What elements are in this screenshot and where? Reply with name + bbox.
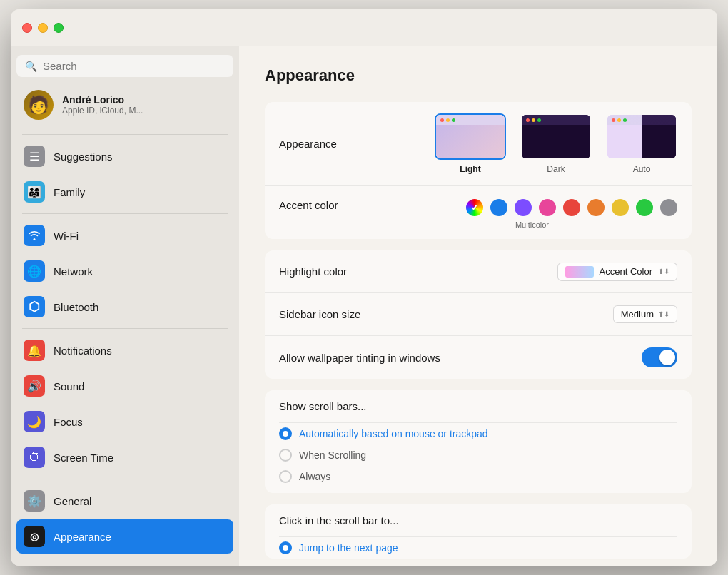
display-settings-section: Highlight color Accent Color ⬆⬇ Sidebar … (265, 250, 692, 379)
search-box[interactable]: 🔍 (16, 55, 233, 77)
color-circle-pink[interactable] (539, 199, 556, 216)
color-circle-purple[interactable] (515, 199, 532, 216)
sidebar-icon-size-label: Sidebar icon size (279, 308, 422, 320)
color-circle-graphite[interactable] (660, 199, 677, 216)
scroll-auto-row[interactable]: Automatically based on mouse or trackpad (265, 423, 692, 444)
network-icon: 🌐 (24, 260, 45, 282)
sidebar-item-notifications[interactable]: 🔔 Notifications (16, 333, 233, 367)
appearance-label-auto: Auto (633, 164, 651, 174)
suggestions-icon: ☰ (24, 146, 45, 167)
sidebar-item-screentime[interactable]: ⏱ Screen Time (16, 440, 233, 474)
user-info: André Lorico Apple ID, iCloud, M... (62, 94, 143, 116)
highlight-color-row: Highlight color Accent Color ⬆⬇ (265, 250, 692, 293)
sidebar-item-suggestions[interactable]: ☰ Suggestions (16, 139, 233, 173)
maximize-button[interactable] (54, 23, 64, 33)
divider4 (22, 479, 228, 479)
appearance-row: Appearance (265, 102, 692, 186)
wallpaper-tinting-toggle[interactable] (642, 347, 677, 367)
appearance-label-dark: Dark (547, 164, 565, 174)
sidebar-size-arrows-icon: ⬆⬇ (658, 310, 669, 318)
click-nextpage-label: Jump to the next page (299, 542, 398, 554)
highlight-color-select[interactable]: Accent Color ⬆⬇ (557, 263, 677, 281)
highlight-color-control: Accent Color ⬆⬇ (422, 263, 677, 281)
sound-icon: 🔊 (24, 375, 45, 397)
color-circle-yellow[interactable] (612, 199, 629, 216)
scroll-always-radio[interactable] (279, 470, 292, 483)
scroll-bars-title: Show scroll bars... (279, 400, 422, 412)
appearance-option-light[interactable]: Light (435, 113, 506, 174)
toggle-knob (659, 350, 675, 365)
sidebar-item-general[interactable]: ⚙️ General (16, 484, 233, 518)
appearance-thumb-auto (606, 113, 677, 160)
scroll-always-row[interactable]: Always (265, 466, 692, 493)
sidebar-label-focus: Focus (54, 416, 83, 428)
appearance-label-light: Light (460, 164, 480, 174)
sidebar-label-sound: Sound (54, 380, 84, 392)
sidebar-label-appearance: Appearance (54, 531, 111, 543)
close-button[interactable] (22, 23, 32, 33)
scroll-auto-radio[interactable] (279, 427, 292, 440)
appearance-row-label: Appearance (279, 138, 422, 150)
scroll-scrolling-label: When Scrolling (299, 449, 366, 461)
traffic-lights (22, 23, 64, 33)
user-subtitle: Apple ID, iCloud, M... (62, 106, 143, 116)
scroll-bars-section: Show scroll bars... Automatically based … (265, 390, 692, 493)
main-panel: Appearance Appearance (239, 46, 717, 566)
sidebar-label-suggestions: Suggestions (54, 151, 113, 163)
highlight-color-value: Accent Color (600, 266, 652, 277)
appearance-options-control: Light (422, 113, 677, 174)
user-profile-item[interactable]: 🧑 André Lorico Apple ID, iCloud, M... (16, 84, 233, 126)
appearance-option-dark[interactable]: Dark (520, 113, 592, 174)
sidebar-item-focus[interactable]: 🌙 Focus (16, 404, 233, 439)
appearance-thumb-light (435, 113, 506, 160)
sidebar-item-network[interactable]: 🌐 Network (16, 254, 233, 288)
sidebar-item-appearance[interactable]: ◎ Appearance (16, 519, 233, 554)
page-title: Appearance (265, 66, 692, 85)
wifi-icon (24, 225, 45, 246)
sidebar-label-bluetooth: Bluetooth (54, 301, 98, 313)
appearance-option-auto[interactable]: Auto (606, 113, 677, 174)
click-nextpage-radio[interactable] (279, 541, 292, 554)
divider (22, 134, 228, 135)
sidebar-item-family[interactable]: 👨‍👩‍👧 Family (16, 175, 233, 209)
sidebar-item-sound[interactable]: 🔊 Sound (16, 369, 233, 403)
sidebar-item-wifi[interactable]: Wi-Fi (16, 218, 233, 253)
sidebar-size-select[interactable]: Medium ⬆⬇ (613, 305, 677, 323)
sidebar-icon-size-control: Medium ⬆⬇ (422, 305, 677, 323)
wallpaper-tinting-label: Allow wallpaper tinting in windows (279, 352, 642, 364)
scroll-scrolling-row[interactable]: When Scrolling (265, 444, 692, 466)
sidebar-icon-size-row: Sidebar icon size Medium ⬆⬇ (265, 293, 692, 336)
scroll-bars-header: Show scroll bars... (265, 390, 692, 422)
color-circle-green[interactable] (636, 199, 653, 216)
minimize-button[interactable] (38, 23, 48, 33)
screentime-icon: ⏱ (24, 447, 45, 468)
accent-colors: ✓ (466, 199, 677, 229)
search-input[interactable] (43, 60, 225, 72)
radio-inner (283, 431, 288, 437)
sidebar-label-wifi: Wi-Fi (54, 230, 79, 242)
wallpaper-tinting-control (642, 347, 677, 367)
sidebar-item-bluetooth[interactable]: ⬡ Bluetooth (16, 290, 233, 324)
notifications-icon: 🔔 (24, 340, 45, 361)
color-circle-orange[interactable] (587, 199, 605, 216)
wallpaper-tinting-row: Allow wallpaper tinting in windows (265, 336, 692, 379)
scroll-scrolling-radio[interactable] (279, 449, 292, 462)
multicolor-swatch[interactable]: ✓ (466, 199, 483, 216)
click-scroll-title: Click in the scroll bar to... (279, 514, 422, 526)
sidebar-size-value: Medium (621, 309, 654, 320)
appearance-thumb-dark (520, 113, 592, 160)
bluetooth-icon: ⬡ (24, 296, 45, 317)
accent-color-control: ✓ (422, 199, 677, 229)
accent-color-label: Accent color (279, 199, 422, 211)
multicolor-label: Multicolor (515, 220, 549, 229)
appearance-icon: ◎ (24, 526, 45, 547)
color-circle-multicolor[interactable]: ✓ (466, 199, 483, 216)
avatar: 🧑 (24, 90, 54, 120)
color-row: ✓ (466, 199, 677, 216)
color-circle-blue[interactable] (490, 199, 507, 216)
user-name: André Lorico (62, 94, 143, 106)
sidebar-label-screentime: Screen Time (54, 452, 113, 464)
color-circle-red[interactable] (563, 199, 580, 216)
highlight-preview (565, 266, 594, 278)
click-nextpage-row[interactable]: Jump to the next page (265, 537, 692, 559)
